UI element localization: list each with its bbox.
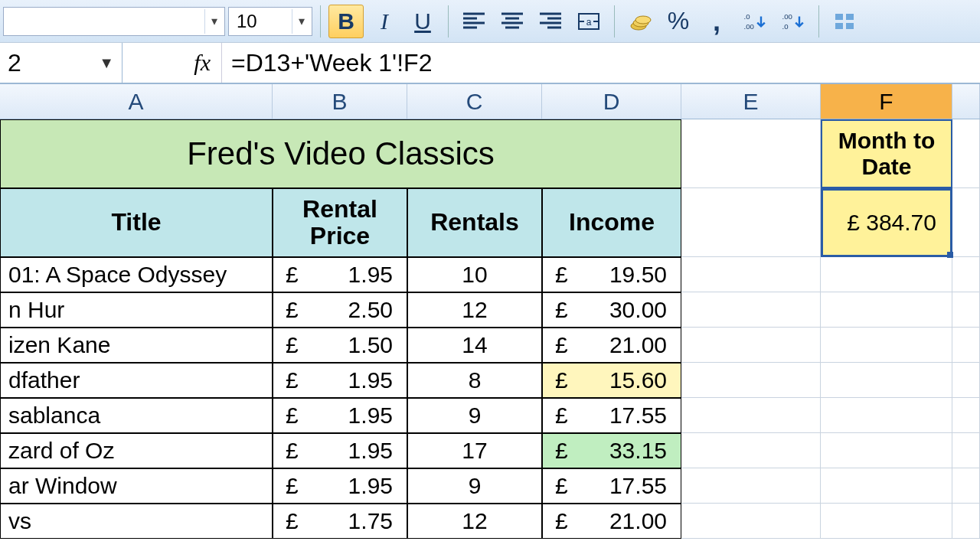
cell-title[interactable]: 01: A Space Odyssey	[0, 257, 273, 292]
table-row: zard of Oz£1.9517£33.15	[0, 433, 980, 468]
cell-blank[interactable]	[821, 292, 952, 328]
cell-blank[interactable]	[681, 504, 821, 539]
cell-blank[interactable]	[681, 257, 821, 292]
col-header-D[interactable]: D	[542, 84, 681, 119]
cell-title[interactable]: sablanca	[0, 398, 273, 433]
more-button[interactable]	[827, 5, 862, 38]
cell-income[interactable]: £21.00	[542, 328, 681, 363]
svg-rect-23	[835, 14, 843, 20]
table-row: sablanca£1.959£17.55	[0, 398, 980, 433]
col-header-C[interactable]: C	[407, 84, 542, 119]
merge-center-button[interactable]: a	[571, 5, 606, 38]
cell-blank[interactable]	[681, 433, 821, 468]
cell-rental-price[interactable]: £1.95	[273, 398, 407, 433]
cell-rental-price[interactable]: £1.95	[273, 257, 407, 292]
cell-rental-price[interactable]: £1.95	[273, 433, 407, 468]
currency-button[interactable]	[622, 5, 658, 38]
table-row: n Hur£2.5012£30.00	[0, 292, 980, 328]
cell-rental-price[interactable]: £1.75	[273, 504, 407, 539]
header-rentals[interactable]: Rentals	[407, 188, 542, 257]
cell-rental-price[interactable]: £1.95	[273, 363, 407, 398]
col-header-A[interactable]: A	[0, 84, 273, 119]
formula-input[interactable]: =D13+'Week 1'!F2	[222, 49, 980, 77]
underline-button[interactable]: U	[405, 5, 440, 38]
col-header-B[interactable]: B	[273, 84, 407, 119]
cell-blank[interactable]	[821, 398, 952, 433]
header-rental-price[interactable]: Rental Price	[273, 188, 407, 257]
cell-blank[interactable]	[681, 398, 821, 433]
cell-income[interactable]: £33.15	[542, 433, 681, 468]
cell-rental-price[interactable]: £1.95	[273, 468, 407, 504]
cell-blank[interactable]	[952, 257, 980, 292]
cell-blank[interactable]	[821, 433, 952, 468]
header-income[interactable]: Income	[542, 188, 681, 257]
cell-rentals[interactable]: 10	[407, 257, 542, 292]
comma-style-button[interactable]: ,	[699, 5, 734, 38]
cell-title[interactable]: zard of Oz	[0, 433, 273, 468]
decrease-decimal-button[interactable]: .00.0	[776, 5, 811, 38]
cell-blank[interactable]	[821, 363, 952, 398]
cell-blank[interactable]	[681, 468, 821, 504]
cell-blank[interactable]	[681, 188, 821, 257]
cell-blank[interactable]	[952, 468, 980, 504]
cell-title[interactable]: n Hur	[0, 292, 273, 328]
cell-rentals[interactable]: 9	[407, 398, 542, 433]
cell-blank[interactable]	[821, 504, 952, 539]
cell-blank[interactable]	[681, 328, 821, 363]
cell-rentals[interactable]: 17	[407, 433, 542, 468]
cell-blank[interactable]	[821, 257, 952, 292]
spreadsheet-grid[interactable]: A B C D E F Fred's Video Classics Month …	[0, 84, 980, 539]
bold-button[interactable]: B	[328, 5, 364, 38]
cell-blank[interactable]	[681, 119, 821, 188]
month-to-date-value[interactable]: £ 384.70	[821, 188, 952, 257]
cell-blank[interactable]	[952, 292, 980, 328]
cell-income[interactable]: £15.60	[542, 363, 681, 398]
cell-title[interactable]: dfather	[0, 363, 273, 398]
cell-blank[interactable]	[821, 328, 952, 363]
col-header-extra[interactable]	[952, 84, 980, 119]
align-right-button[interactable]	[533, 5, 568, 38]
cell-title[interactable]: ar Window	[0, 468, 273, 504]
svg-rect-24	[846, 14, 854, 20]
month-to-date-header[interactable]: Month to Date	[821, 119, 952, 188]
cell-income[interactable]: £21.00	[542, 504, 681, 539]
cell-rentals[interactable]: 14	[407, 328, 542, 363]
cell-income[interactable]: £17.55	[542, 398, 681, 433]
increase-decimal-button[interactable]: .0.00	[737, 5, 773, 38]
cell-income[interactable]: £17.55	[542, 468, 681, 504]
cell-blank[interactable]	[952, 398, 980, 433]
header-title[interactable]: Title	[0, 188, 273, 257]
table-row: izen Kane£1.5014£21.00	[0, 328, 980, 363]
cell-rentals[interactable]: 12	[407, 504, 542, 539]
cell-income[interactable]: £30.00	[542, 292, 681, 328]
font-name-combo[interactable]: ▾	[3, 7, 225, 36]
cell-rental-price[interactable]: £1.50	[273, 328, 407, 363]
cell-blank[interactable]	[952, 504, 980, 539]
cell-rentals[interactable]: 9	[407, 468, 542, 504]
align-left-button[interactable]	[456, 5, 492, 38]
name-box[interactable]: 2 ▼	[0, 43, 122, 83]
col-header-F[interactable]: F	[821, 84, 952, 119]
col-header-E[interactable]: E	[681, 84, 821, 119]
cell-blank[interactable]	[952, 119, 980, 188]
insert-function-button[interactable]: fx	[122, 43, 222, 83]
cell-title[interactable]: izen Kane	[0, 328, 273, 363]
cell-blank[interactable]	[952, 363, 980, 398]
percent-button[interactable]: %	[661, 5, 696, 38]
cell-rental-price[interactable]: £2.50	[273, 292, 407, 328]
italic-button[interactable]: I	[367, 5, 402, 38]
cell-blank[interactable]	[681, 363, 821, 398]
align-center-button[interactable]	[495, 5, 530, 38]
sheet-title[interactable]: Fred's Video Classics	[0, 119, 681, 188]
cell-title[interactable]: vs	[0, 504, 273, 539]
dropdown-arrow-icon: ▾	[204, 9, 220, 34]
cell-blank[interactable]	[821, 468, 952, 504]
cell-blank[interactable]	[952, 433, 980, 468]
font-size-combo[interactable]: 10 ▾	[228, 7, 312, 36]
cell-blank[interactable]	[952, 188, 980, 257]
cell-blank[interactable]	[952, 328, 980, 363]
cell-rentals[interactable]: 8	[407, 363, 542, 398]
cell-rentals[interactable]: 12	[407, 292, 542, 328]
cell-income[interactable]: £19.50	[542, 257, 681, 292]
cell-blank[interactable]	[681, 292, 821, 328]
